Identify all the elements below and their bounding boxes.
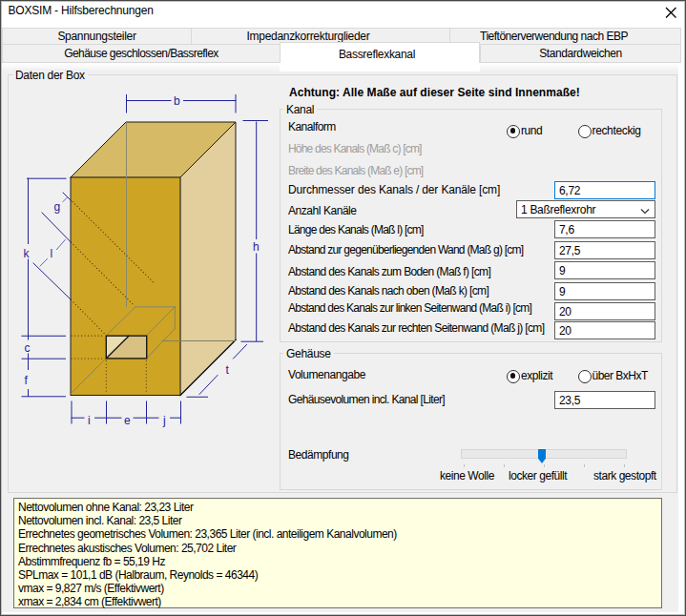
svg-text:f: f [25, 374, 29, 387]
svg-text:g: g [54, 200, 61, 214]
svg-text:e: e [124, 414, 131, 427]
svg-text:k: k [24, 247, 31, 260]
svg-text:c: c [25, 341, 31, 355]
svg-text:b: b [174, 94, 180, 108]
svg-text:h: h [253, 240, 260, 254]
svg-text:l: l [51, 247, 53, 260]
svg-text:t: t [226, 363, 230, 377]
svg-text:i: i [88, 414, 91, 427]
svg-text:j: j [162, 414, 166, 427]
